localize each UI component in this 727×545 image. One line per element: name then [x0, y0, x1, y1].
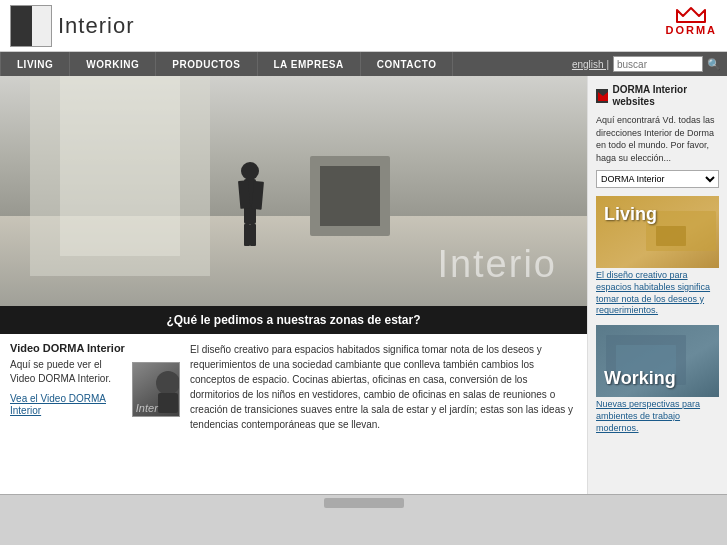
main-content: Interio ¿Qué le pedimos a nuestras zonas…	[0, 76, 727, 494]
video-thumbnail[interactable]: Inter	[132, 362, 180, 417]
video-link[interactable]: Vea el Video DORMA Interior	[10, 393, 106, 416]
scrollbar-thumb[interactable]	[324, 498, 404, 508]
search-input[interactable]	[613, 56, 703, 72]
dorma-crown-icon	[673, 6, 709, 24]
svg-rect-19	[158, 393, 178, 413]
top-bar: Interior DORMA	[0, 0, 727, 52]
svg-point-11	[241, 162, 259, 180]
dorma-brand-name: DORMA	[665, 24, 717, 36]
sidebar-living-card[interactable]: Living	[596, 196, 719, 268]
svg-rect-1	[32, 6, 52, 47]
right-sidebar: DORMA Interior websites Aquí encontrará …	[587, 76, 727, 494]
nav-item-living[interactable]: LIVING	[0, 52, 70, 76]
hero-image: Interio	[0, 76, 587, 306]
video-thumb-label: Inter	[136, 402, 158, 414]
sidebar-living-description[interactable]: El diseño creativo para espacios habitab…	[596, 270, 719, 317]
sidebar-description: Aquí encontrará Vd. todas las direccione…	[596, 114, 719, 164]
nav-item-contacto[interactable]: CONTACTO	[361, 52, 454, 76]
hero-overlay-text: Interio	[437, 243, 557, 286]
sidebar-title: DORMA Interior websites	[612, 84, 719, 108]
video-title: Video DORMA Interior	[10, 342, 180, 354]
logo-black-white	[10, 5, 52, 47]
video-section: Video DORMA Interior Aquí se puede ver e…	[10, 342, 180, 486]
main-nav: LIVING WORKING PRODUCTOS LA EMPRESA CONT…	[0, 52, 727, 76]
site-title: Interior	[58, 13, 134, 39]
nav-item-laempresa[interactable]: LA EMPRESA	[258, 52, 361, 76]
sidebar-working-description[interactable]: Nuevas perspectivas para ambientes de tr…	[596, 399, 719, 434]
bottom-section: Video DORMA Interior Aquí se puede ver e…	[0, 334, 587, 494]
horizontal-scrollbar[interactable]	[0, 494, 727, 510]
dorma-logo: DORMA	[665, 6, 717, 36]
video-bottom-row: Aquí se puede ver el Video DORMA Interio…	[10, 358, 180, 417]
working-label: Working	[604, 368, 676, 389]
svg-point-3	[38, 9, 44, 15]
nav-item-productos[interactable]: PRODUCTOS	[156, 52, 257, 76]
svg-rect-8	[60, 76, 180, 256]
svg-rect-10	[320, 166, 380, 226]
language-link[interactable]: english |	[572, 59, 609, 70]
svg-rect-2	[39, 14, 43, 32]
video-description: Aquí se puede ver el Video DORMA Interio…	[10, 358, 126, 386]
article-text: El diseño creativo para espacios habitad…	[190, 342, 577, 486]
svg-rect-0	[11, 6, 32, 47]
nav-item-working[interactable]: WORKING	[70, 52, 156, 76]
svg-point-18	[156, 371, 180, 395]
dorma-small-icon	[596, 89, 608, 103]
sidebar-working-card[interactable]: Working	[596, 325, 719, 397]
svg-rect-16	[250, 224, 256, 246]
logo-area: Interior	[10, 5, 230, 47]
svg-marker-4	[677, 8, 705, 22]
svg-rect-15	[244, 224, 250, 246]
hero-caption: ¿Qué le pedimos a nuestras zonas de esta…	[0, 306, 587, 334]
left-content: Interio ¿Qué le pedimos a nuestras zonas…	[0, 76, 587, 494]
sidebar-header: DORMA Interior websites	[596, 84, 719, 108]
nav-right: english | 🔍	[572, 52, 727, 76]
living-label: Living	[604, 204, 657, 225]
search-button[interactable]: 🔍	[707, 58, 721, 71]
sidebar-dropdown[interactable]: DORMA Interior	[596, 170, 719, 188]
svg-rect-24	[656, 226, 686, 246]
